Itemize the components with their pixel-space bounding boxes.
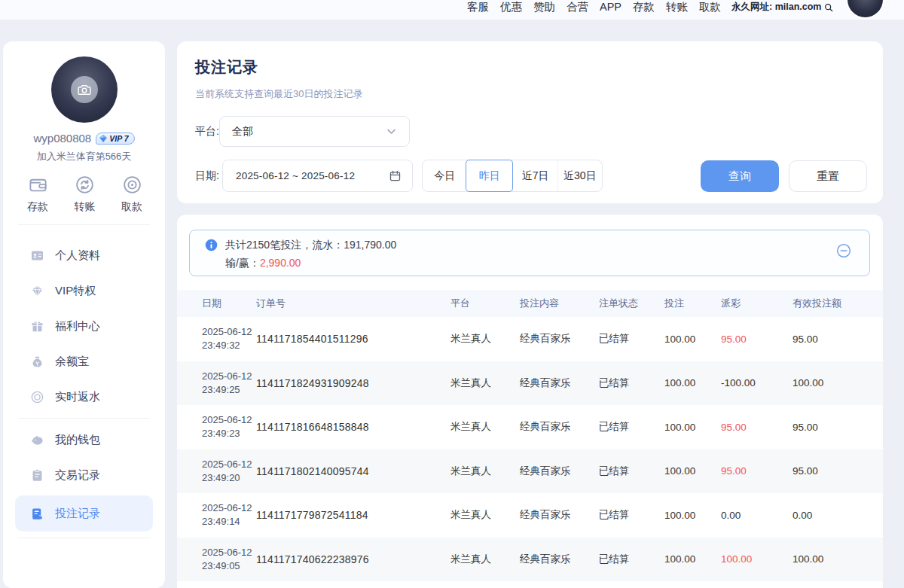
nav-item-0[interactable]: 客服 xyxy=(467,0,489,14)
cell-order-number: 1141171802140095744 xyxy=(256,465,450,477)
moneybag-icon xyxy=(30,355,44,369)
nav-item-7[interactable]: 取款 xyxy=(699,0,721,14)
sidebar-menu: 个人资料 VIP特权 福利中心 余额宝 实时返水 我的钱包 交易记录 投注记录 xyxy=(3,225,165,538)
cell-bet-amount: 100.00 xyxy=(664,334,721,345)
column-header: 派彩 xyxy=(721,297,793,310)
topnav-items: 客服优惠赞助合营APP存款转账取款 xyxy=(467,0,721,14)
sidebar-item-label: VIP特权 xyxy=(55,284,96,298)
sidebar-item-我的钱包[interactable]: 我的钱包 xyxy=(15,425,153,455)
search-icon[interactable] xyxy=(823,2,834,13)
cell-bet-content: 经典百家乐 xyxy=(520,420,599,434)
chevron-down-icon xyxy=(386,126,397,137)
sidebar-item-福利中心[interactable]: 福利中心 xyxy=(15,311,153,341)
cell-status: 已结算 xyxy=(599,465,664,478)
cell-valid-amount: 95.00 xyxy=(793,422,883,433)
date-range-value: 2025-06-12 ~ 2025-06-12 xyxy=(236,170,389,181)
deposit-wallet-icon xyxy=(28,175,48,195)
cell-bet-content: 经典百家乐 xyxy=(520,332,599,346)
cell-platform: 米兰真人 xyxy=(450,508,520,522)
cell-platform: 米兰真人 xyxy=(450,553,520,566)
quick-actions: 存款 转账 取款 xyxy=(3,163,165,224)
vip-diamond-icon xyxy=(30,284,44,298)
user-avatar-small[interactable] xyxy=(848,0,883,17)
sidebar-item-label: 福利中心 xyxy=(55,319,100,334)
cell-date: 2025-06-1223:49:05 xyxy=(202,546,256,573)
quick-action-存款[interactable]: 存款 xyxy=(27,175,48,214)
cell-valid-amount: 95.00 xyxy=(793,334,883,345)
nav-item-4[interactable]: APP xyxy=(600,1,622,13)
vip-level-label: VIP 7 xyxy=(109,134,128,143)
table-row: 2025-06-1223:49:32 1141171854401511296 米… xyxy=(177,317,883,361)
cell-bet-amount: 100.00 xyxy=(664,422,721,433)
summary-bar: 共计2150笔投注，流水：191,790.00 输/赢：2,990.00 xyxy=(189,230,870,276)
cell-bet-content: 经典百家乐 xyxy=(520,376,599,390)
permanent-url-label: 永久网址: milan.com xyxy=(731,1,821,14)
cell-valid-amount: 95.00 xyxy=(793,465,883,477)
join-days-text: 加入米兰体育第566天 xyxy=(3,150,165,163)
date-range-input[interactable]: 2025-06-12 ~ 2025-06-12 xyxy=(222,160,413,192)
menu-group-2: 我的钱包 交易记录 投注记录 xyxy=(3,425,165,532)
column-header: 订单号 xyxy=(256,297,450,310)
cell-payout: 0.00 xyxy=(721,510,793,521)
nav-item-5[interactable]: 存款 xyxy=(633,0,655,14)
transaction-icon xyxy=(30,468,44,483)
info-icon xyxy=(205,239,218,251)
quick-date-group: 今日昨日近7日近30日 xyxy=(422,160,603,192)
cell-status: 已结算 xyxy=(599,332,664,346)
nav-item-2[interactable]: 赞助 xyxy=(533,0,555,14)
cell-date: 2025-06-1223:49:20 xyxy=(202,458,256,485)
vip-badge[interactable]: VIP 7 xyxy=(96,133,134,145)
cell-date: 2025-06-1223:49:23 xyxy=(202,413,256,440)
sidebar-item-VIP特权[interactable]: VIP特权 xyxy=(15,276,153,306)
username: wyp080808 xyxy=(33,132,91,145)
table-row: 2025-06-1223:49:05 1141171740622238976 米… xyxy=(177,538,883,582)
gift-icon xyxy=(30,319,44,334)
table-row: 2025-06-1223:49:14 1141171779872541184 米… xyxy=(177,493,883,538)
collapse-minus-icon[interactable] xyxy=(836,243,851,258)
cell-bet-content: 经典百家乐 xyxy=(520,508,599,522)
sidebar-item-投注记录[interactable]: 投注记录 xyxy=(15,495,153,532)
platform-label: 平台: xyxy=(195,125,219,139)
column-header: 投注 xyxy=(664,297,721,310)
transfer-icon xyxy=(75,175,95,195)
profile-card-icon xyxy=(30,248,44,263)
sidebar-item-label: 余额宝 xyxy=(55,355,89,369)
sidebar-item-实时返水[interactable]: 实时返水 xyxy=(15,382,153,412)
profile-avatar[interactable] xyxy=(51,56,118,123)
filter-card: 投注记录 当前系统支持查询最近30日的投注记录 平台: 全部 日期: 2025-… xyxy=(177,41,883,203)
winloss-value: 2,990.00 xyxy=(260,257,301,269)
platform-select[interactable]: 全部 xyxy=(219,116,410,147)
cell-valid-amount: 0.00 xyxy=(793,510,883,521)
sidebar-item-交易记录[interactable]: 交易记录 xyxy=(15,460,153,490)
table-header-row: 日期订单号平台投注内容注单状态投注派彩有效投注额 xyxy=(177,290,883,317)
camera-icon[interactable] xyxy=(71,76,98,103)
quick-action-取款[interactable]: 取款 xyxy=(121,175,142,214)
quick-date-近30日[interactable]: 近30日 xyxy=(557,160,602,191)
column-header: 日期 xyxy=(202,297,256,310)
cell-status: 已结算 xyxy=(599,553,664,566)
cell-order-number: 1141171779872541184 xyxy=(256,509,450,521)
nav-item-1[interactable]: 优惠 xyxy=(500,0,522,14)
summary-total-text: 共计2150笔投注，流水：191,790.00 xyxy=(225,239,396,252)
diamond-icon xyxy=(99,134,108,143)
nav-item-3[interactable]: 合营 xyxy=(567,0,588,14)
cell-status: 已结算 xyxy=(599,508,664,522)
quick-action-转账[interactable]: 转账 xyxy=(75,175,96,214)
withdraw-icon xyxy=(122,175,142,195)
sidebar-item-个人资料[interactable]: 个人资料 xyxy=(15,240,153,270)
permanent-url[interactable]: 永久网址: milan.com xyxy=(731,1,834,14)
bet-records-card: 共计2150笔投注，流水：191,790.00 输/赢：2,990.00 日期订… xyxy=(177,215,883,588)
quick-date-今日[interactable]: 今日 xyxy=(423,160,466,191)
cell-status: 已结算 xyxy=(599,420,664,434)
date-label: 日期: xyxy=(195,169,219,183)
quick-date-昨日[interactable]: 昨日 xyxy=(466,160,513,192)
reset-button[interactable]: 重置 xyxy=(789,160,867,192)
nav-item-6[interactable]: 转账 xyxy=(666,0,688,14)
search-button[interactable]: 查询 xyxy=(701,160,779,192)
cell-payout: 95.00 xyxy=(721,422,793,433)
quick-date-近7日[interactable]: 近7日 xyxy=(512,160,557,191)
sidebar-item-label: 我的钱包 xyxy=(55,433,100,447)
table-row: 2025-06-1223:49:23 1141171816648158848 米… xyxy=(177,405,883,449)
sidebar-divider xyxy=(18,418,150,419)
sidebar-item-余额宝[interactable]: 余额宝 xyxy=(15,346,153,376)
